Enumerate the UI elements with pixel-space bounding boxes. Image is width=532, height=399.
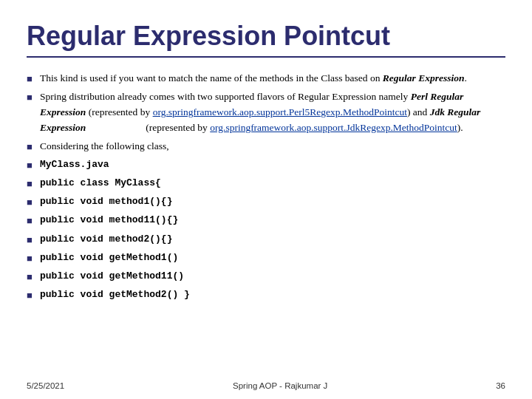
bullet-icon: ■ <box>27 232 40 248</box>
footer-page: 36 <box>496 381 505 390</box>
bullet-text: This kind is used if you want to match t… <box>40 71 505 86</box>
bullet-icon: ■ <box>27 250 40 266</box>
list-item: ■ Considering the following class, <box>27 139 505 154</box>
italic-bold-text: Regular Expression <box>383 72 465 83</box>
code-text: public void getMethod2() } <box>40 287 505 302</box>
list-item: ■ public void getMethod2() } <box>27 287 505 303</box>
bullet-icon: ■ <box>27 71 40 86</box>
content-area: ■ This kind is used if you want to match… <box>27 71 505 303</box>
link-text: org.springframework.aop.support.Perl5Reg… <box>153 106 407 117</box>
bullet-icon: ■ <box>27 213 40 228</box>
code-text: public void method11(){} <box>40 213 505 228</box>
slide-title: Regular Expression Pointcut <box>27 21 505 58</box>
code-text: public void method2(){} <box>40 232 505 247</box>
list-item: ■ public void method1(){} <box>27 194 505 210</box>
bullet-icon: ■ <box>27 176 40 191</box>
list-item: ■ public void method11(){} <box>27 213 505 228</box>
list-item: ■ Spring distribution already comes with… <box>27 89 505 136</box>
bullet-text: Considering the following class, <box>40 139 505 154</box>
bullet-icon: ■ <box>27 139 40 154</box>
bullet-icon: ■ <box>27 269 40 284</box>
code-text: public class MyClass{ <box>40 176 505 191</box>
code-text: public void getMethod1() <box>40 250 505 265</box>
slide: Regular Expression Pointcut ■ This kind … <box>0 0 532 399</box>
footer-date: 5/25/2021 <box>27 381 64 390</box>
footer: 5/25/2021 Spring AOP - Rajkumar J 36 <box>27 381 505 390</box>
list-item: ■ This kind is used if you want to match… <box>27 71 505 86</box>
bullet-icon: ■ <box>27 194 40 210</box>
bullet-icon: ■ <box>27 157 40 173</box>
list-item: ■ public void getMethod1() <box>27 250 505 266</box>
bullet-text: Spring distribution already comes with t… <box>40 89 505 136</box>
bullet-icon: ■ <box>27 287 40 303</box>
list-item: ■ public void method2(){} <box>27 232 505 248</box>
code-text: public void getMethod11() <box>40 269 505 284</box>
code-text: MyClass.java <box>40 157 505 172</box>
list-item: ■ MyClass.java <box>27 157 505 173</box>
list-item: ■ public void getMethod11() <box>27 269 505 284</box>
list-item: ■ public class MyClass{ <box>27 176 505 191</box>
footer-center: Spring AOP - Rajkumar J <box>233 381 327 390</box>
bullet-icon: ■ <box>27 89 40 105</box>
link-text: org.springframework.aop.support.JdkRegex… <box>210 122 457 133</box>
code-text: public void method1(){} <box>40 194 505 209</box>
